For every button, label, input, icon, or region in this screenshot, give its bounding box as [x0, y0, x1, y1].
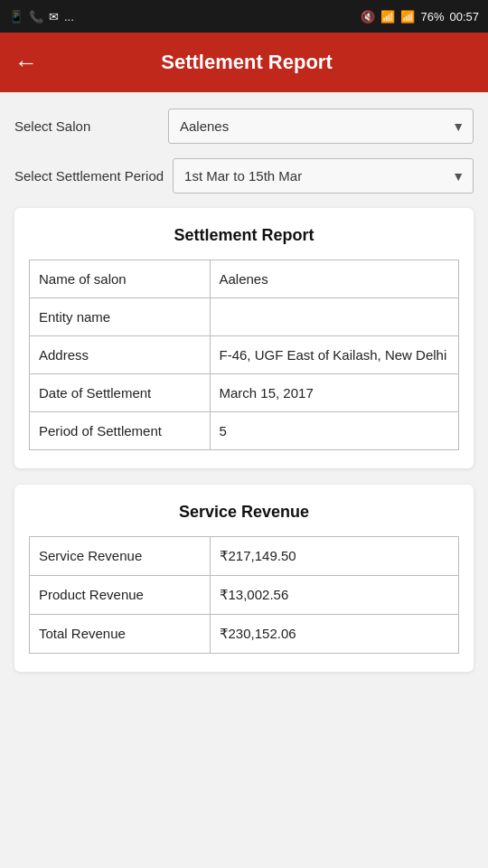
revenue-table: Service Revenue₹217,149.50Product Revenu… [29, 536, 459, 654]
row-label: Service Revenue [30, 537, 211, 576]
salon-row: Select Salon Aalenes ▼ [14, 108, 474, 144]
period-select[interactable]: 1st Mar to 15th Mar [173, 158, 474, 193]
row-value: 5 [210, 412, 459, 450]
table-row: Total Revenue₹230,152.06 [30, 615, 459, 654]
status-icons-right: 🔇 📶 📶 76% 00:57 [361, 10, 479, 24]
page-title: Settlement Report [52, 51, 474, 74]
revenue-card-title: Service Revenue [29, 503, 459, 522]
table-row: Service Revenue₹217,149.50 [30, 537, 459, 576]
salon-label: Select Salon [14, 118, 159, 134]
row-value: ₹230,152.06 [210, 615, 459, 654]
clock: 00:57 [449, 10, 479, 24]
period-row: Select Settlement Period 1st Mar to 15th… [14, 158, 474, 193]
main-content: Select Salon Aalenes ▼ Select Settlement… [0, 92, 488, 710]
period-label: Select Settlement Period [14, 168, 164, 184]
salon-select[interactable]: Aalenes [168, 108, 474, 144]
status-icons-left: 📱 📞 ✉ ... [9, 10, 74, 24]
revenue-card: Service Revenue Service Revenue₹217,149.… [14, 485, 474, 672]
row-value: ₹13,002.56 [210, 576, 459, 615]
battery-text: 76% [420, 10, 444, 24]
table-row: Entity name [30, 298, 459, 336]
settlement-card-title: Settlement Report [29, 226, 459, 245]
row-label: Name of salon [30, 260, 211, 298]
signal-icon: 📶 [400, 10, 415, 24]
row-value: F-46, UGF East of Kailash, New Delhi [210, 336, 459, 374]
row-label: Date of Settlement [30, 374, 211, 412]
status-bar: 📱 📞 ✉ ... 🔇 📶 📶 76% 00:57 [0, 0, 488, 33]
whatsapp-icon: 📱 [9, 10, 23, 24]
phone-icon: 📞 [29, 10, 43, 24]
row-label: Entity name [30, 298, 211, 336]
settlement-card: Settlement Report Name of salonAalenesEn… [14, 208, 474, 468]
settlement-table: Name of salonAalenesEntity nameAddressF-… [29, 259, 459, 450]
table-row: Name of salonAalenes [30, 260, 459, 298]
table-row: Period of Settlement5 [30, 412, 459, 450]
table-row: Date of SettlementMarch 15, 2017 [30, 374, 459, 412]
email-icon: ✉ [49, 10, 59, 24]
back-button[interactable]: ← [14, 49, 38, 77]
wifi-icon: 📶 [380, 10, 395, 24]
table-row: AddressF-46, UGF East of Kailash, New De… [30, 336, 459, 374]
period-select-wrapper[interactable]: 1st Mar to 15th Mar ▼ [173, 158, 474, 193]
more-icon: ... [64, 10, 74, 24]
row-value: March 15, 2017 [210, 374, 459, 412]
row-value: ₹217,149.50 [210, 537, 459, 576]
table-row: Product Revenue₹13,002.56 [30, 576, 459, 615]
row-label: Address [30, 336, 211, 374]
row-label: Product Revenue [30, 576, 211, 615]
row-label: Period of Settlement [30, 412, 211, 450]
top-bar: ← Settlement Report [0, 33, 488, 92]
row-value: Aalenes [210, 260, 459, 298]
row-label: Total Revenue [30, 615, 211, 654]
row-value [210, 298, 459, 336]
mute-icon: 🔇 [361, 10, 375, 24]
salon-select-wrapper[interactable]: Aalenes ▼ [168, 108, 474, 144]
